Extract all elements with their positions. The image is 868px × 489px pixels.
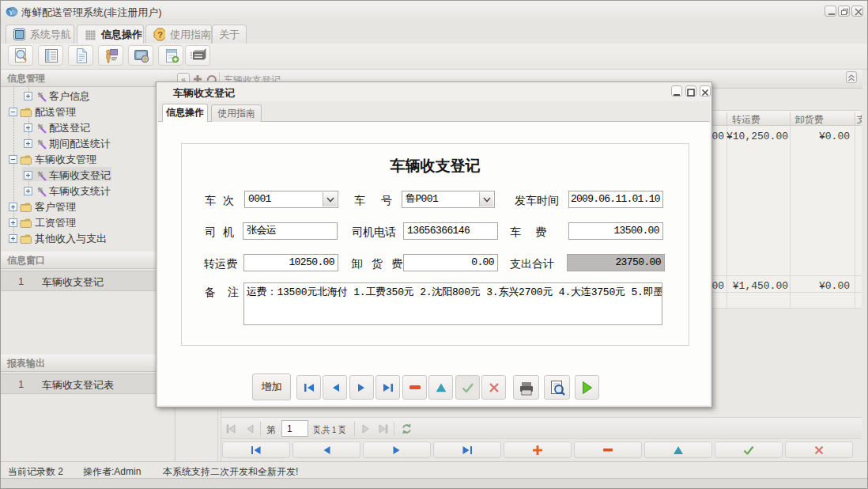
svg-text:?: ? [157,30,163,40]
